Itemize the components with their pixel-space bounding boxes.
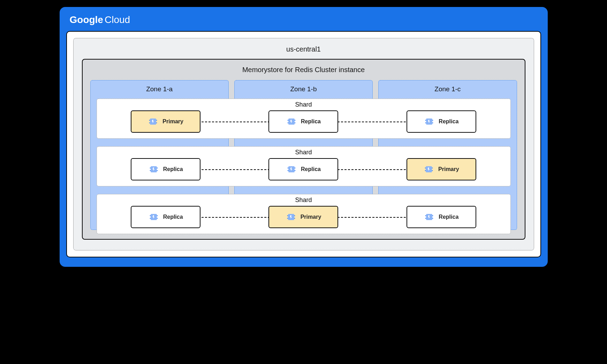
replica-node: Replica: [268, 110, 338, 133]
node-label: Primary: [162, 118, 183, 125]
shard-title: Shard: [104, 100, 503, 110]
node-label: Replica: [439, 214, 458, 220]
zone-b-title: Zone 1-b: [235, 83, 372, 96]
instance-frame: Memorystore for Redis Cluster instance Z…: [82, 59, 525, 240]
shard-row: ReplicaReplicaPrimary: [104, 158, 503, 180]
shard-2: ShardReplicaPrimaryReplica: [97, 194, 511, 234]
primary-node: Primary: [407, 158, 476, 180]
primary-node: Primary: [268, 206, 338, 228]
replica-node: Replica: [131, 206, 200, 228]
node-label: Replica: [163, 214, 183, 220]
cpu-icon: [286, 116, 297, 127]
shard-1: ShardReplicaReplicaPrimary: [97, 146, 511, 186]
cpu-icon: [424, 212, 434, 222]
shard-row: PrimaryReplicaReplica: [104, 110, 503, 133]
primary-node: Primary: [131, 110, 200, 133]
node-label: Replica: [301, 118, 321, 125]
project-frame: us-central1 Memorystore for Redis Cluste…: [66, 31, 541, 257]
replica-node: Replica: [407, 110, 476, 133]
cpu-icon: [149, 212, 159, 222]
node-label: Replica: [163, 166, 183, 172]
zone-a-title: Zone 1-a: [91, 83, 228, 96]
shard-title: Shard: [104, 196, 503, 206]
google-cloud-frame: Google Cloud us-central1 Memorystore for…: [60, 7, 548, 267]
cpu-icon: [148, 116, 158, 127]
region-title: us-central1: [82, 42, 525, 59]
instance-title: Memorystore for Redis Cluster instance: [90, 63, 517, 80]
cpu-icon: [424, 116, 434, 127]
shard-0: ShardPrimaryReplicaReplica: [97, 99, 511, 139]
cpu-icon: [286, 164, 297, 175]
shard-row: ReplicaPrimaryReplica: [104, 206, 503, 228]
node-label: Primary: [438, 166, 459, 172]
cpu-icon: [286, 212, 296, 222]
zone-c-title: Zone 1-c: [379, 83, 516, 96]
replica-node: Replica: [268, 158, 338, 180]
node-label: Primary: [301, 214, 321, 220]
shard-title: Shard: [104, 148, 503, 158]
cpu-icon: [424, 164, 434, 175]
logo-bold: Google: [70, 14, 103, 25]
logo-thin: Cloud: [105, 14, 130, 25]
cpu-icon: [149, 164, 159, 175]
region-frame: us-central1 Memorystore for Redis Cluste…: [73, 38, 534, 250]
replica-node: Replica: [131, 158, 200, 180]
replica-node: Replica: [407, 206, 476, 228]
google-cloud-logo: Google Cloud: [66, 12, 541, 31]
node-label: Replica: [301, 166, 321, 172]
shards-overlay: ShardPrimaryReplicaReplicaShardReplicaRe…: [97, 99, 511, 242]
node-label: Replica: [439, 118, 458, 125]
